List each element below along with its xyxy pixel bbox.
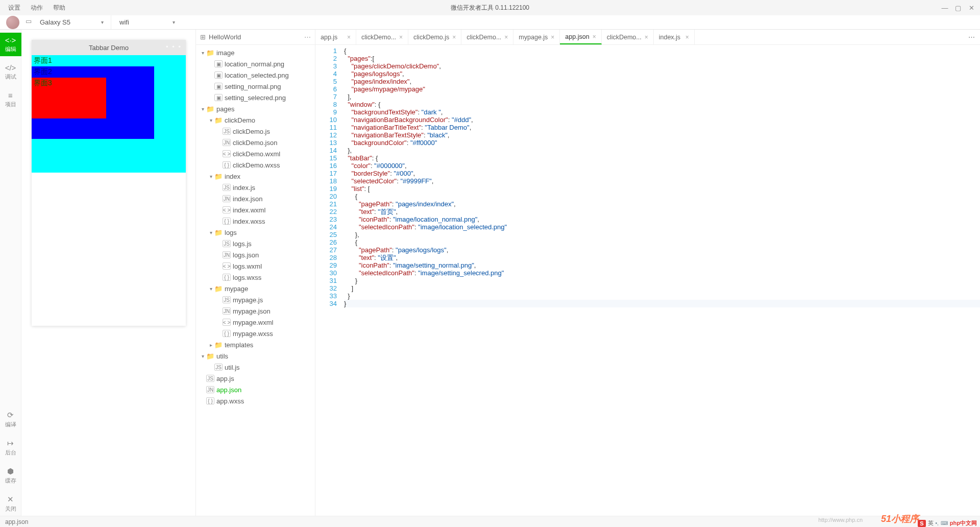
tab-label: app.json [565,33,589,40]
wxss-icon: { } [223,161,231,169]
tree-label: app.json [216,386,241,394]
tree-node[interactable]: ▣setting_selecred.png [196,92,315,103]
tree-label: mypage [225,285,248,293]
tree-node[interactable]: < >index.wxml [196,204,315,215]
more-icon[interactable]: • • • [166,43,182,51]
tree-node[interactable]: JNmypage.json [196,305,315,317]
menu-help[interactable]: 帮助 [53,4,65,12]
editor-tab[interactable]: clickDemo.js× [408,30,461,44]
tab-close-icon[interactable]: × [504,34,508,41]
tree-node[interactable]: JNapp.json [196,384,315,395]
code-body[interactable]: { "pages":[ "pages/clickDemo/clickDemo",… [341,45,980,516]
more-icon[interactable]: ⋯ [304,33,311,41]
editor-tab[interactable]: clickDemo...× [602,30,654,44]
toolbar: ▭ Galaxy S5 ▾ wifi ▾ [0,15,980,30]
close-icon[interactable]: ✕ [967,3,976,12]
tree-node[interactable]: JSapp.js [196,373,315,384]
tree-node[interactable]: ▣location_selected.png [196,69,315,81]
ime-punct-icon[interactable]: •, [936,520,939,526]
tree-node[interactable]: ▾📁clickDemo [196,114,315,126]
js-icon: JS [223,296,231,303]
tree-node[interactable]: ▾📁index [196,171,315,182]
tree-node[interactable]: < >clickDemo.wxml [196,148,315,159]
code-icon: <·> [0,36,21,44]
editor-tab[interactable]: mypage.js× [513,30,560,44]
minimize-icon[interactable]: — [940,3,949,12]
device-select[interactable]: Galaxy S5 [40,18,101,26]
tab-close-icon[interactable]: × [593,33,596,40]
editor-tab[interactable]: app.json× [560,30,601,44]
tree-node[interactable]: ▾📁utils [196,350,315,362]
tree-node[interactable]: ▾📁logs [196,227,315,238]
avatar[interactable] [6,16,19,29]
tree-node[interactable]: JSutil.js [196,362,315,373]
tree-node[interactable]: { }app.wxss [196,395,315,406]
editor-tab[interactable]: clickDemo...× [356,30,408,44]
json-icon: JN [223,251,231,258]
tree-label: mypage.wxss [233,330,273,338]
sidebar-item-cache[interactable]: ⬢缓存 [0,464,21,488]
tree-node[interactable]: < >logs.wxml [196,260,315,272]
tree-node[interactable]: JSlogs.js [196,238,315,249]
tabs-overflow-icon[interactable]: ⋯ [963,30,980,44]
ime-mode[interactable]: 英 [928,519,934,527]
tree-node[interactable]: JSclickDemo.js [196,126,315,137]
tab-close-icon[interactable]: × [347,34,351,41]
sidebar-item-debug[interactable]: </>调试 [0,60,21,84]
json-icon: JN [223,195,231,202]
tab-close-icon[interactable]: × [645,34,648,41]
tree-node[interactable]: ▸📁templates [196,339,315,350]
json-icon: JN [223,307,231,315]
tree-node[interactable]: JNclickDemo.json [196,137,315,148]
menu-settings[interactable]: 设置 [8,4,20,12]
tree-node[interactable]: JNlogs.json [196,249,315,260]
sidebar-item-compile[interactable]: ⟳编译 [0,408,21,432]
tab-close-icon[interactable]: × [399,34,403,41]
tree-node[interactable]: ▣setting_normal.png [196,81,315,92]
editor-tab[interactable]: index.js× [654,30,695,44]
sidebar-item-background[interactable]: ↦后台 [0,436,21,460]
tree-node[interactable]: < >mypage.wxml [196,317,315,328]
tree-node[interactable]: ▾📁image [196,47,315,58]
ime-keyboard-icon[interactable]: ⌨ [941,520,948,526]
js-icon: JS [223,128,231,135]
img-icon: ▣ [214,83,223,90]
tab-close-icon[interactable]: × [452,34,456,41]
code-editor[interactable]: 1234567891011121314151617181920212223242… [315,45,980,516]
tree-node[interactable]: { }clickDemo.wxss [196,159,315,171]
tree-node[interactable]: ▾📁mypage [196,283,315,294]
tree-label: mypage.js [233,296,263,304]
tab-close-icon[interactable]: × [685,34,689,41]
tree-node[interactable]: JSindex.js [196,182,315,193]
js-icon: JS [223,240,231,247]
editor-tab[interactable]: app.js× [315,30,356,44]
tree-node[interactable]: { }logs.wxss [196,272,315,283]
sidebar-item-edit[interactable]: <·>编辑 [0,33,21,56]
maximize-icon[interactable]: ▢ [953,3,963,12]
tree-label: app.js [216,375,234,382]
chevron-down-icon[interactable]: ▾ [173,19,178,25]
editor-panel: app.js×clickDemo...×clickDemo.js×clickDe… [315,30,980,516]
tree-node[interactable]: ▣location_normal.png [196,58,315,69]
tree-node[interactable]: JSmypage.js [196,294,315,305]
tree-node[interactable]: JNindex.json [196,193,315,204]
menu-action[interactable]: 动作 [31,4,43,12]
sidebar-item-close[interactable]: ✕关闭 [0,492,21,516]
tree-node[interactable]: ▾📁pages [196,103,315,114]
js-icon: JS [214,364,223,371]
folder-icon: 📁 [206,49,214,56]
tree-label: location_selected.png [225,71,289,79]
sidebar-item-project[interactable]: ≡项目 [0,88,21,111]
network-select[interactable]: wifi [111,18,173,26]
editor-tab[interactable]: clickDemo...× [461,30,513,44]
chevron-down-icon[interactable]: ▾ [101,19,107,25]
device-icon: ▭ [26,17,36,28]
caret-icon: ▸ [208,342,213,348]
tree-label: setting_selecred.png [225,94,286,102]
tab-close-icon[interactable]: × [551,34,554,41]
tree-node[interactable]: { }index.wxss [196,215,315,227]
wxml-icon: < > [223,150,231,157]
ime-switch-icon[interactable]: S [918,520,925,527]
tree-node[interactable]: { }mypage.wxss [196,328,315,339]
file-tree[interactable]: ▾📁image▣location_normal.png▣location_sel… [196,45,315,516]
